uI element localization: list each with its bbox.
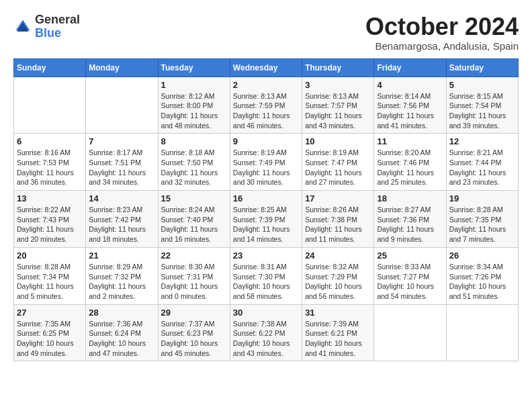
calendar-day-cell: 9Sunrise: 8:19 AM Sunset: 7:49 PM Daylig… bbox=[230, 134, 302, 191]
day-number: 3 bbox=[305, 80, 371, 90]
day-number: 17 bbox=[305, 193, 371, 203]
page-header: General Blue October 2024 Benamargosa, A… bbox=[13, 13, 519, 52]
day-info: Sunrise: 8:20 AM Sunset: 7:46 PM Dayligh… bbox=[377, 148, 443, 187]
calendar-day-cell: 13Sunrise: 8:22 AM Sunset: 7:43 PM Dayli… bbox=[14, 191, 86, 248]
calendar-day-cell: 28Sunrise: 7:36 AM Sunset: 6:24 PM Dayli… bbox=[86, 304, 158, 361]
day-info: Sunrise: 7:38 AM Sunset: 6:22 PM Dayligh… bbox=[233, 319, 299, 359]
location-title: Benamargosa, Andalusia, Spain bbox=[365, 40, 519, 52]
calendar-day-cell: 6Sunrise: 8:16 AM Sunset: 7:53 PM Daylig… bbox=[14, 134, 86, 191]
day-number: 16 bbox=[233, 193, 299, 203]
calendar-week-row: 13Sunrise: 8:22 AM Sunset: 7:43 PM Dayli… bbox=[14, 191, 519, 248]
day-info: Sunrise: 7:36 AM Sunset: 6:24 PM Dayligh… bbox=[89, 319, 154, 359]
day-number: 29 bbox=[161, 308, 227, 318]
day-number: 31 bbox=[305, 308, 371, 318]
calendar-day-cell: 16Sunrise: 8:25 AM Sunset: 7:39 PM Dayli… bbox=[230, 191, 302, 248]
day-info: Sunrise: 7:39 AM Sunset: 6:21 PM Dayligh… bbox=[305, 319, 371, 359]
day-number: 5 bbox=[449, 80, 515, 90]
calendar-day-cell: 18Sunrise: 8:27 AM Sunset: 7:36 PM Dayli… bbox=[374, 191, 446, 248]
calendar-header-cell: Saturday bbox=[446, 58, 518, 77]
day-number: 28 bbox=[89, 308, 154, 318]
calendar-day-cell bbox=[374, 304, 446, 361]
day-info: Sunrise: 8:25 AM Sunset: 7:39 PM Dayligh… bbox=[233, 205, 299, 244]
day-number: 22 bbox=[161, 250, 227, 261]
calendar-day-cell: 3Sunrise: 8:13 AM Sunset: 7:57 PM Daylig… bbox=[302, 77, 374, 134]
day-info: Sunrise: 8:21 AM Sunset: 7:44 PM Dayligh… bbox=[449, 148, 515, 187]
calendar-header-cell: Wednesday bbox=[230, 58, 302, 77]
calendar-day-cell: 24Sunrise: 8:32 AM Sunset: 7:29 PM Dayli… bbox=[302, 247, 374, 304]
day-info: Sunrise: 8:19 AM Sunset: 7:49 PM Dayligh… bbox=[233, 148, 299, 187]
calendar-day-cell: 14Sunrise: 8:23 AM Sunset: 7:42 PM Dayli… bbox=[86, 191, 158, 248]
day-number: 7 bbox=[89, 136, 154, 146]
day-info: Sunrise: 8:16 AM Sunset: 7:53 PM Dayligh… bbox=[17, 148, 83, 187]
calendar-day-cell: 10Sunrise: 8:19 AM Sunset: 7:47 PM Dayli… bbox=[302, 134, 374, 191]
calendar-day-cell: 15Sunrise: 8:24 AM Sunset: 7:40 PM Dayli… bbox=[158, 191, 230, 248]
calendar-day-cell: 7Sunrise: 8:17 AM Sunset: 7:51 PM Daylig… bbox=[86, 134, 158, 191]
logo-general: General bbox=[35, 13, 80, 26]
calendar-day-cell: 22Sunrise: 8:30 AM Sunset: 7:31 PM Dayli… bbox=[158, 247, 230, 304]
day-number: 10 bbox=[305, 136, 371, 146]
calendar-day-cell: 25Sunrise: 8:33 AM Sunset: 7:27 PM Dayli… bbox=[374, 247, 446, 304]
day-number: 24 bbox=[305, 250, 371, 261]
day-info: Sunrise: 8:24 AM Sunset: 7:40 PM Dayligh… bbox=[161, 205, 227, 244]
calendar-day-cell: 8Sunrise: 8:18 AM Sunset: 7:50 PM Daylig… bbox=[158, 134, 230, 191]
day-info: Sunrise: 8:18 AM Sunset: 7:50 PM Dayligh… bbox=[161, 148, 227, 187]
day-info: Sunrise: 8:23 AM Sunset: 7:42 PM Dayligh… bbox=[89, 205, 154, 244]
day-number: 18 bbox=[377, 193, 443, 203]
calendar-day-cell: 29Sunrise: 7:37 AM Sunset: 6:23 PM Dayli… bbox=[158, 304, 230, 361]
calendar-header-cell: Sunday bbox=[14, 58, 86, 77]
day-number: 8 bbox=[161, 136, 227, 146]
calendar-day-cell: 19Sunrise: 8:28 AM Sunset: 7:35 PM Dayli… bbox=[446, 191, 518, 248]
day-info: Sunrise: 7:37 AM Sunset: 6:23 PM Dayligh… bbox=[161, 319, 227, 359]
calendar-day-cell: 21Sunrise: 8:29 AM Sunset: 7:32 PM Dayli… bbox=[86, 247, 158, 304]
calendar-day-cell: 4Sunrise: 8:14 AM Sunset: 7:56 PM Daylig… bbox=[374, 77, 446, 134]
calendar-day-cell: 5Sunrise: 8:15 AM Sunset: 7:54 PM Daylig… bbox=[446, 77, 518, 134]
calendar-table: SundayMondayTuesdayWednesdayThursdayFrid… bbox=[13, 58, 519, 362]
day-info: Sunrise: 8:22 AM Sunset: 7:43 PM Dayligh… bbox=[17, 205, 83, 244]
day-number: 13 bbox=[17, 193, 83, 203]
day-number: 14 bbox=[89, 193, 154, 203]
calendar-header-row: SundayMondayTuesdayWednesdayThursdayFrid… bbox=[14, 58, 519, 77]
day-number: 25 bbox=[377, 250, 443, 261]
day-number: 15 bbox=[161, 193, 227, 203]
day-info: Sunrise: 8:29 AM Sunset: 7:32 PM Dayligh… bbox=[89, 262, 154, 302]
day-info: Sunrise: 8:13 AM Sunset: 7:59 PM Dayligh… bbox=[233, 91, 299, 131]
calendar-header-cell: Tuesday bbox=[158, 58, 230, 77]
month-title: October 2024 bbox=[365, 13, 519, 40]
day-number: 4 bbox=[377, 80, 443, 90]
calendar-day-cell: 27Sunrise: 7:35 AM Sunset: 6:25 PM Dayli… bbox=[14, 304, 86, 361]
calendar-header-cell: Thursday bbox=[302, 58, 374, 77]
day-info: Sunrise: 8:19 AM Sunset: 7:47 PM Dayligh… bbox=[305, 148, 371, 187]
day-info: Sunrise: 8:26 AM Sunset: 7:38 PM Dayligh… bbox=[305, 205, 371, 244]
calendar-day-cell: 26Sunrise: 8:34 AM Sunset: 7:26 PM Dayli… bbox=[446, 247, 518, 304]
calendar-day-cell: 1Sunrise: 8:12 AM Sunset: 8:00 PM Daylig… bbox=[158, 77, 230, 134]
day-number: 30 bbox=[233, 308, 299, 318]
day-number: 9 bbox=[233, 136, 299, 146]
calendar-header-cell: Monday bbox=[86, 58, 158, 77]
calendar-body: 1Sunrise: 8:12 AM Sunset: 8:00 PM Daylig… bbox=[14, 77, 519, 361]
day-number: 26 bbox=[449, 250, 515, 261]
day-info: Sunrise: 8:31 AM Sunset: 7:30 PM Dayligh… bbox=[233, 262, 299, 302]
day-number: 1 bbox=[161, 80, 227, 90]
calendar-header-cell: Friday bbox=[374, 58, 446, 77]
calendar-week-row: 6Sunrise: 8:16 AM Sunset: 7:53 PM Daylig… bbox=[14, 134, 519, 191]
calendar-day-cell: 23Sunrise: 8:31 AM Sunset: 7:30 PM Dayli… bbox=[230, 247, 302, 304]
day-info: Sunrise: 8:34 AM Sunset: 7:26 PM Dayligh… bbox=[449, 262, 515, 302]
day-number: 2 bbox=[233, 80, 299, 90]
calendar-day-cell: 2Sunrise: 8:13 AM Sunset: 7:59 PM Daylig… bbox=[230, 77, 302, 134]
logo-blue: Blue bbox=[35, 26, 61, 40]
calendar-day-cell: 17Sunrise: 8:26 AM Sunset: 7:38 PM Dayli… bbox=[302, 191, 374, 248]
day-number: 12 bbox=[449, 136, 515, 146]
calendar-day-cell bbox=[14, 77, 86, 134]
calendar-week-row: 1Sunrise: 8:12 AM Sunset: 8:00 PM Daylig… bbox=[14, 77, 519, 134]
day-number: 11 bbox=[377, 136, 443, 146]
day-info: Sunrise: 8:28 AM Sunset: 7:35 PM Dayligh… bbox=[449, 205, 515, 244]
calendar-day-cell: 30Sunrise: 7:38 AM Sunset: 6:22 PM Dayli… bbox=[230, 304, 302, 361]
day-number: 20 bbox=[17, 250, 83, 261]
calendar-day-cell: 20Sunrise: 8:28 AM Sunset: 7:34 PM Dayli… bbox=[14, 247, 86, 304]
day-info: Sunrise: 8:12 AM Sunset: 8:00 PM Dayligh… bbox=[161, 91, 227, 131]
day-info: Sunrise: 7:35 AM Sunset: 6:25 PM Dayligh… bbox=[17, 319, 83, 359]
day-number: 23 bbox=[233, 250, 299, 261]
day-info: Sunrise: 8:27 AM Sunset: 7:36 PM Dayligh… bbox=[377, 205, 443, 244]
logo-text: General Blue bbox=[35, 13, 80, 40]
calendar-week-row: 27Sunrise: 7:35 AM Sunset: 6:25 PM Dayli… bbox=[14, 304, 519, 361]
